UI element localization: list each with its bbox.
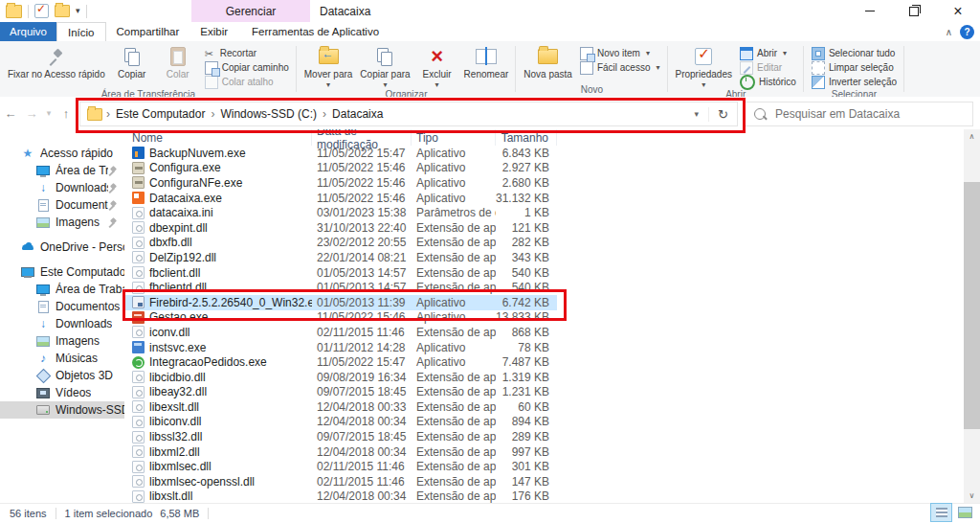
history-button[interactable]: Histórico <box>736 75 800 89</box>
copy-to-button[interactable]: Copiar para <box>356 43 413 89</box>
recent-locations-chevron-icon[interactable]: ▾ <box>42 108 56 118</box>
copy-icon <box>124 48 140 65</box>
file-name: dbexpint.dll <box>149 221 208 235</box>
new-folder-button[interactable]: Nova pasta <box>520 43 576 80</box>
thumbnails-view-icon <box>958 507 972 518</box>
copy-path-button[interactable]: Copiar caminho <box>201 60 293 75</box>
table-row[interactable]: dbexpint.dll 31/10/2013 22:40 Extensão d… <box>124 220 557 236</box>
table-row[interactable]: instsvc.exe 01/11/2012 14:28 Aplicativo … <box>124 340 557 355</box>
sidebar-item[interactable]: Acesso rápido <box>0 145 124 162</box>
tab-share[interactable]: Compartilhar <box>106 22 190 41</box>
sidebar-item[interactable]: Objetos 3D <box>0 367 124 384</box>
sidebar-item[interactable]: Documentos <box>0 298 124 315</box>
column-header-type[interactable]: Tipo <box>412 129 496 146</box>
search-input[interactable] <box>773 106 972 122</box>
pin-to-quick-access-button[interactable]: Fixar no Acesso rápido <box>4 43 109 80</box>
sidebar-item[interactable]: OneDrive - Personal <box>0 239 124 256</box>
thumbnails-view-button[interactable] <box>954 503 976 522</box>
sidebar-item[interactable]: Imagens <box>0 214 124 231</box>
column-header-size[interactable]: Tamanho <box>496 129 557 146</box>
tab-file[interactable]: Arquivo <box>0 22 56 41</box>
help-icon[interactable] <box>960 25 974 39</box>
sidebar-item[interactable]: Músicas <box>0 350 124 367</box>
invert-selection-button[interactable]: Inverter seleção <box>808 75 901 89</box>
table-row[interactable]: libexslt.dll 12/04/2018 00:33 Extensão d… <box>124 399 557 415</box>
sidebar-item[interactable]: Windows-SSD (C:) <box>0 401 124 419</box>
tab-view[interactable]: Exibir <box>189 22 238 41</box>
easy-access-button[interactable]: Fácil acesso <box>576 60 664 75</box>
table-row[interactable]: libcidbio.dll 09/08/2019 16:34 Extensão … <box>124 370 557 385</box>
breadcrumb-current-folder[interactable]: Datacaixa <box>326 107 389 121</box>
new-item-button[interactable]: Novo item <box>576 46 664 60</box>
new-folder-quick-icon[interactable] <box>55 5 70 17</box>
file-name-cell: libexslt.dll <box>124 400 312 414</box>
file-type-icon <box>132 371 145 383</box>
view-toggle-buttons <box>930 503 976 522</box>
sidebar-item[interactable]: Vídeos <box>0 384 124 401</box>
delete-button[interactable]: Excluir <box>414 43 460 89</box>
table-row[interactable]: BackupNuvem.exe 11/05/2022 15:47 Aplicat… <box>124 146 557 161</box>
address-dropdown-chevron-icon[interactable]: ▾ <box>685 109 709 119</box>
table-row[interactable]: libxmlsec-openssl.dll 02/11/2015 11:46 E… <box>124 474 557 489</box>
sidebar-item[interactable]: Downloads <box>0 315 124 332</box>
close-button[interactable] <box>936 0 980 22</box>
scroll-up-icon[interactable]: ∧ <box>964 129 980 144</box>
table-row[interactable]: ConfiguraNFe.exe 11/05/2022 15:46 Aplica… <box>124 175 557 191</box>
edit-button[interactable]: Editar <box>736 60 800 75</box>
sidebar-item[interactable]: Este Computador <box>0 263 124 281</box>
refresh-icon[interactable] <box>708 107 737 122</box>
up-icon[interactable]: ↑ <box>56 106 77 121</box>
table-row[interactable]: DelZip192.dll 22/01/2014 08:21 Extensão … <box>124 250 557 265</box>
details-view-button[interactable] <box>930 503 952 522</box>
table-row[interactable]: fbclientd.dll 01/05/2013 14:57 Extensão … <box>124 280 557 295</box>
paste-shortcut-button[interactable]: Colar atalho <box>201 75 293 89</box>
column-header-date[interactable]: Data de modificação <box>312 129 412 146</box>
sidebar-item[interactable]: Área de Trabalho <box>0 162 124 179</box>
chevron-down-icon[interactable]: ▾ <box>76 7 80 15</box>
table-row[interactable]: libxml2.dll 12/04/2018 00:34 Extensão de… <box>124 444 557 460</box>
sidebar-item[interactable]: Documentos <box>0 196 124 214</box>
table-row[interactable]: Firebird-2.5.2.26540_0_Win32.exe 01/05/2… <box>124 295 557 310</box>
breadcrumb-this-pc[interactable]: Este Computador <box>110 107 211 121</box>
rename-button[interactable]: Renomear <box>460 43 513 80</box>
clear-selection-button[interactable]: Limpar seleção <box>808 60 901 75</box>
table-row[interactable]: IntegracaoPedidos.exe 11/05/2022 15:47 A… <box>124 354 557 370</box>
tab-application-tools[interactable]: Ferramentas de Aplicativo <box>238 22 392 41</box>
select-all-button[interactable]: Selecionar tudo <box>808 46 901 60</box>
properties-quick-icon[interactable] <box>34 4 49 18</box>
scrollbar-thumb[interactable] <box>964 182 980 429</box>
table-row[interactable]: fbclient.dll 01/05/2013 14:57 Extensão d… <box>124 265 557 281</box>
table-row[interactable]: libxmlsec.dll 02/11/2015 11:46 Extensão … <box>124 459 557 474</box>
quick-access-toolbar: ▾ <box>0 0 87 22</box>
table-row[interactable]: Configura.exe 11/05/2022 15:46 Aplicativ… <box>124 161 557 176</box>
address-bar[interactable]: Este Computador Windows-SSD (C:) Datacai… <box>79 102 738 126</box>
sidebar-item[interactable]: Imagens <box>0 332 124 350</box>
sidebar-item[interactable]: Downloads <box>0 179 124 196</box>
table-row[interactable]: libiconv.dll 12/04/2018 00:34 Extensão d… <box>124 415 557 430</box>
properties-button[interactable]: Propriedades <box>672 43 736 89</box>
scroll-down-icon[interactable]: ∨ <box>964 489 980 503</box>
tab-home[interactable]: Início <box>56 22 106 42</box>
table-row[interactable]: iconv.dll 02/11/2015 11:46 Extensão de a… <box>124 325 557 340</box>
paste-button[interactable]: Colar <box>155 43 201 80</box>
collapse-ribbon-icon[interactable]: ∧ <box>946 27 952 37</box>
table-row[interactable]: libxslt.dll 12/04/2018 00:34 Extensão de… <box>124 489 557 503</box>
cut-button[interactable]: Recortar <box>201 46 293 60</box>
table-row[interactable]: Datacaixa.exe 11/05/2022 15:46 Aplicativ… <box>124 191 557 206</box>
table-row[interactable]: datacaixa.ini 03/01/2023 15:38 Parâmetro… <box>124 205 557 220</box>
move-to-button[interactable]: ← Mover para <box>301 43 357 89</box>
column-header-name[interactable]: Nome <box>124 129 312 146</box>
breadcrumb-drive[interactable]: Windows-SSD (C:) <box>214 107 323 121</box>
forward-icon[interactable]: → <box>21 106 42 121</box>
table-row[interactable]: dbxfb.dll 23/02/2012 20:55 Extensão de a… <box>124 236 557 251</box>
vertical-scrollbar[interactable]: ∧ ∨ <box>964 129 980 503</box>
table-row[interactable]: libssl32.dll 09/07/2015 18:45 Extensão d… <box>124 429 557 444</box>
minimize-button[interactable] <box>848 0 892 22</box>
table-row[interactable]: Gestao.exe 11/05/2022 15:46 Aplicativo 1… <box>124 310 557 326</box>
table-row[interactable]: libeay32.dll 09/07/2015 18:45 Extensão d… <box>124 385 557 400</box>
sidebar-item[interactable]: Área de Trabalho <box>0 281 124 298</box>
open-button[interactable]: Abrir <box>736 46 800 60</box>
back-icon[interactable]: ← <box>0 106 21 121</box>
restore-button[interactable] <box>892 0 936 22</box>
copy-button[interactable]: Copiar <box>109 43 155 80</box>
